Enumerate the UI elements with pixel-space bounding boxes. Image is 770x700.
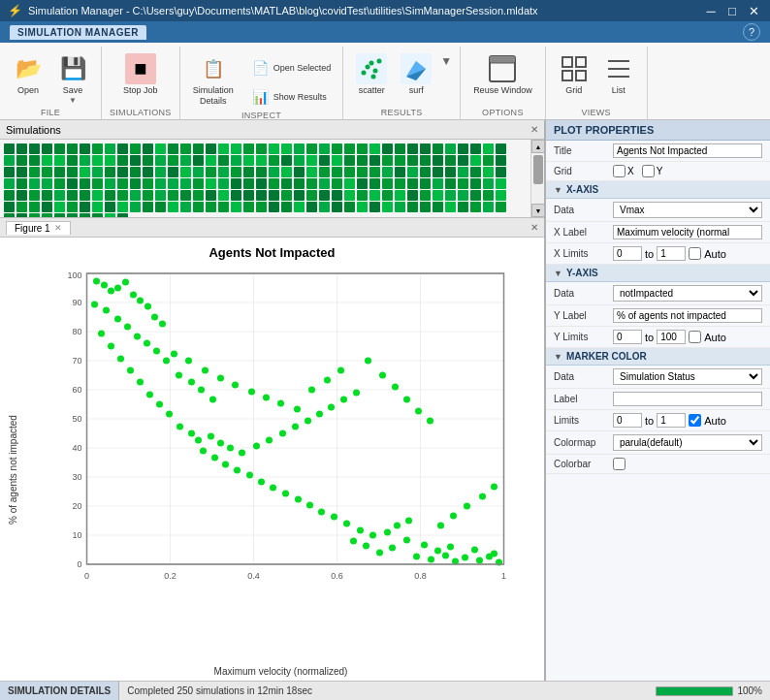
mc-data-select[interactable]: Simulation Status (613, 368, 762, 385)
simulation-tile[interactable] (117, 202, 128, 212)
simulation-tile[interactable] (67, 190, 78, 201)
simulation-tile[interactable] (420, 190, 431, 201)
simulation-tile[interactable] (256, 190, 267, 201)
simulation-tile[interactable] (92, 143, 103, 154)
save-button[interactable]: 💾 Save ▼ (52, 50, 93, 108)
simulation-tile[interactable] (483, 190, 494, 201)
open-selected-button[interactable]: 📄 Open Selected (246, 54, 336, 81)
simulation-tile[interactable] (42, 213, 52, 217)
simulation-tile[interactable] (420, 167, 431, 177)
simulation-tile[interactable] (319, 143, 330, 154)
simulation-tile[interactable] (168, 202, 178, 212)
simulation-tile[interactable] (80, 190, 90, 201)
simulations-panel-close[interactable]: ✕ (530, 124, 538, 135)
simulation-tile[interactable] (256, 167, 267, 177)
simulation-tile[interactable] (130, 167, 141, 177)
simulation-tile[interactable] (395, 178, 405, 189)
x-auto-checkbox[interactable] (689, 247, 701, 260)
x-lim-to-input[interactable] (657, 246, 686, 261)
simulation-tile[interactable] (369, 190, 380, 201)
simulation-tile[interactable] (155, 167, 166, 177)
simulation-tile[interactable] (16, 167, 27, 177)
simulation-tile[interactable] (496, 143, 506, 154)
simulation-tile[interactable] (382, 143, 393, 154)
simulation-tile[interactable] (105, 167, 115, 177)
simulation-tile[interactable] (117, 155, 128, 166)
simulation-tile[interactable] (54, 178, 65, 189)
simulation-tile[interactable] (369, 155, 380, 166)
simulation-tile[interactable] (16, 155, 27, 166)
simulation-tile[interactable] (294, 202, 305, 212)
simulation-tile[interactable] (80, 167, 90, 177)
simulation-tile[interactable] (269, 167, 279, 177)
simulation-tile[interactable] (357, 178, 368, 189)
simulation-tile[interactable] (243, 178, 254, 189)
simulation-tile[interactable] (483, 167, 494, 177)
maximize-button[interactable]: □ (723, 4, 741, 18)
simulation-tile[interactable] (143, 155, 153, 166)
simulation-tile[interactable] (4, 202, 15, 212)
simulation-tile[interactable] (92, 155, 103, 166)
simulation-tile[interactable] (29, 213, 40, 217)
grid-view-button[interactable]: Grid (554, 50, 594, 99)
simulation-tile[interactable] (193, 167, 204, 177)
simulation-tile[interactable] (206, 178, 216, 189)
simulation-tile[interactable] (256, 155, 267, 166)
simulation-tile[interactable] (319, 167, 330, 177)
mc-label-input[interactable] (613, 392, 762, 406)
simulation-tile[interactable] (306, 167, 317, 177)
simulation-tile[interactable] (130, 202, 141, 212)
simulation-tile[interactable] (369, 143, 380, 154)
simulation-tile[interactable] (319, 178, 330, 189)
simulation-tile[interactable] (180, 167, 191, 177)
x-axis-section-header[interactable]: ▼ X-AXIS (546, 181, 770, 199)
simulation-tile[interactable] (4, 155, 15, 166)
simulation-tile[interactable] (16, 190, 27, 201)
stop-job-button[interactable]: ■ Stop Job (118, 50, 163, 99)
title-input[interactable] (613, 143, 762, 158)
simulation-tile[interactable] (92, 213, 103, 217)
simulation-tile[interactable] (433, 143, 443, 154)
simulation-tile[interactable] (143, 178, 153, 189)
simulation-tile[interactable] (54, 155, 65, 166)
grid-x-checkbox[interactable] (613, 165, 626, 177)
simulation-tile[interactable] (269, 190, 279, 201)
simulation-tile[interactable] (306, 202, 317, 212)
simulation-tile[interactable] (433, 202, 443, 212)
simulation-tile[interactable] (42, 190, 52, 201)
simulation-tile[interactable] (92, 202, 103, 212)
simulation-tile[interactable] (243, 167, 254, 177)
figure-tab[interactable]: Figure 1 ✕ (6, 221, 71, 235)
show-results-button[interactable]: 📊 Show Results (246, 83, 336, 111)
simulation-tile[interactable] (4, 190, 15, 201)
simulation-tile[interactable] (458, 178, 468, 189)
simulation-tile[interactable] (382, 178, 393, 189)
simulation-tile[interactable] (218, 178, 229, 189)
simulation-tile[interactable] (344, 178, 355, 189)
simulation-tile[interactable] (470, 167, 481, 177)
simulation-tile[interactable] (67, 167, 78, 177)
simulation-tile[interactable] (29, 143, 40, 154)
simulation-tile[interactable] (193, 202, 204, 212)
simulation-tile[interactable] (483, 143, 494, 154)
simulation-tile[interactable] (143, 202, 153, 212)
simulation-tile[interactable] (332, 190, 342, 201)
simulation-tile[interactable] (445, 167, 456, 177)
simulation-tile[interactable] (4, 167, 15, 177)
simulation-tile[interactable] (458, 167, 468, 177)
simulation-tile[interactable] (332, 143, 342, 154)
simulation-tile[interactable] (16, 213, 27, 217)
simulation-tile[interactable] (155, 190, 166, 201)
simulation-tile[interactable] (206, 155, 216, 166)
simulation-tile[interactable] (407, 190, 418, 201)
simulation-tile[interactable] (382, 202, 393, 212)
simulation-tile[interactable] (105, 190, 115, 201)
simulation-tile[interactable] (42, 155, 52, 166)
simulation-tile[interactable] (470, 202, 481, 212)
simulation-tile[interactable] (42, 143, 52, 154)
simulation-tile[interactable] (332, 202, 342, 212)
simulation-tile[interactable] (357, 143, 368, 154)
simulation-tile[interactable] (458, 155, 468, 166)
simulation-tile[interactable] (54, 202, 65, 212)
simulation-tile[interactable] (319, 155, 330, 166)
